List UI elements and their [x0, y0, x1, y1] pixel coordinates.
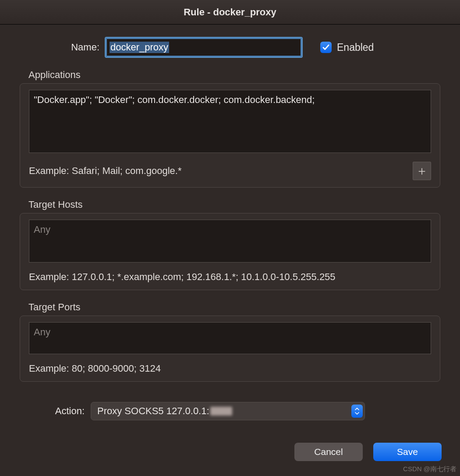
enabled-label: Enabled: [337, 42, 374, 53]
target-ports-section: Example: 80; 8000-9000; 3124: [20, 316, 440, 382]
window-titlebar: Rule - docker_proxy: [0, 0, 460, 25]
action-select[interactable]: Proxy SOCKS5 127.0.0.1:: [91, 402, 365, 420]
chevron-up-down-icon: [351, 405, 363, 418]
target-hosts-input[interactable]: [29, 220, 431, 263]
applications-section-label: Applications: [28, 69, 440, 81]
applications-example: Example: Safari; Mail; com.google.*: [29, 165, 182, 177]
target-hosts-section: Example: 127.0.0.1; *.example.com; 192.1…: [20, 213, 440, 290]
add-application-button[interactable]: ＋: [413, 162, 431, 180]
enabled-checkbox[interactable]: [320, 42, 332, 53]
applications-input[interactable]: [29, 90, 431, 153]
applications-section: Example: Safari; Mail; com.google.* ＋: [20, 83, 440, 188]
target-hosts-section-label: Target Hosts: [28, 199, 440, 210]
name-input[interactable]: [106, 38, 302, 57]
action-value: Proxy SOCKS5 127.0.0.1:: [97, 405, 232, 417]
watermark: CSDN @南七行者: [403, 465, 456, 473]
window-title: Rule - docker_proxy: [184, 7, 276, 18]
name-label: Name:: [64, 42, 106, 53]
cancel-button[interactable]: Cancel: [294, 443, 363, 461]
target-ports-section-label: Target Ports: [28, 302, 440, 313]
save-button[interactable]: Save: [373, 443, 442, 461]
target-ports-input[interactable]: [29, 322, 431, 354]
check-icon: [322, 43, 330, 51]
action-label: Action:: [46, 405, 85, 417]
target-hosts-example: Example: 127.0.0.1; *.example.com; 192.1…: [29, 271, 431, 283]
plus-icon: ＋: [416, 165, 428, 177]
target-ports-example: Example: 80; 8000-9000; 3124: [29, 363, 431, 374]
redacted-port: [210, 407, 232, 416]
